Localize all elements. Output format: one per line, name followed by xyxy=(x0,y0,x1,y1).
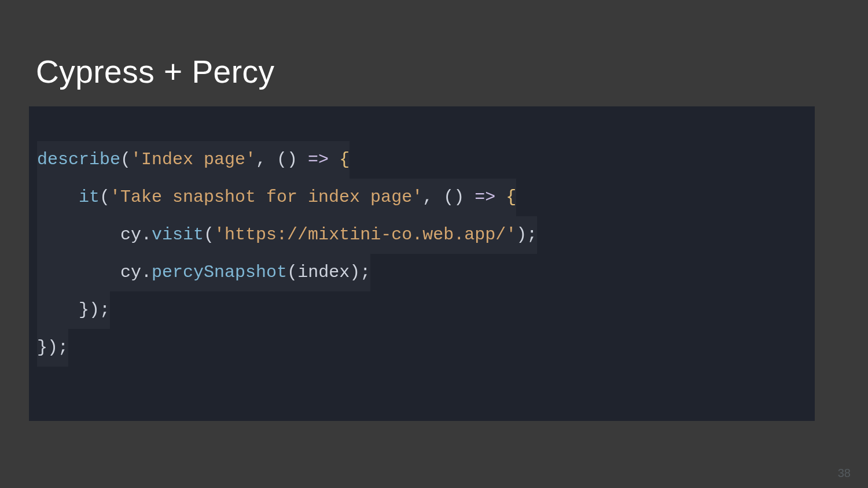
code-token: => xyxy=(308,150,329,169)
slide: Cypress + Percy describe('Index page', (… xyxy=(0,0,868,488)
code-token: => xyxy=(475,187,495,207)
code-token: ); xyxy=(350,263,370,282)
slide-title: Cypress + Percy xyxy=(36,53,274,90)
code-token: it xyxy=(79,187,100,207)
code-token: }); xyxy=(37,338,68,357)
code-line: cy.visit('https://mixtini-co.web.app/'); xyxy=(37,216,807,254)
code-token xyxy=(329,150,339,169)
code-token: describe xyxy=(37,150,120,169)
code-token: ( xyxy=(100,187,110,207)
code-token: visit xyxy=(152,225,204,245)
code-token: percySnapshot xyxy=(152,263,287,282)
code-token: ( xyxy=(287,263,297,282)
code-token: ( xyxy=(204,225,214,245)
code-token: , () xyxy=(256,150,308,169)
code-token xyxy=(37,187,79,207)
code-token: , () xyxy=(422,187,475,207)
code-token: cy xyxy=(120,263,141,282)
code-line: describe('Index page', () => { xyxy=(37,141,807,179)
code-line: cy.percySnapshot(index); xyxy=(37,254,807,291)
code-token: { xyxy=(506,187,516,207)
code-token: { xyxy=(339,150,350,169)
code-token: }); xyxy=(79,300,110,320)
code-token: cy xyxy=(120,225,141,245)
code-block: describe('Index page', () => { it('Take … xyxy=(29,106,815,421)
code-token: 'https://mixtini-co.web.app/' xyxy=(214,225,516,245)
code-token xyxy=(37,225,120,245)
code-token: 'Take snapshot for index page' xyxy=(110,187,422,207)
code-token: . xyxy=(141,263,152,282)
code-token: ( xyxy=(120,150,131,169)
code-line: }); xyxy=(37,329,807,367)
code-line: it('Take snapshot for index page', () =>… xyxy=(37,179,807,216)
code-token xyxy=(37,300,79,320)
code-line: }); xyxy=(37,291,807,329)
code-token: 'Index page' xyxy=(131,150,256,169)
code-token xyxy=(495,187,506,207)
code-token: ); xyxy=(516,225,537,245)
code-token xyxy=(37,263,120,282)
page-number: 38 xyxy=(838,467,851,480)
code-token: index xyxy=(297,263,350,282)
code-token: . xyxy=(141,225,152,245)
